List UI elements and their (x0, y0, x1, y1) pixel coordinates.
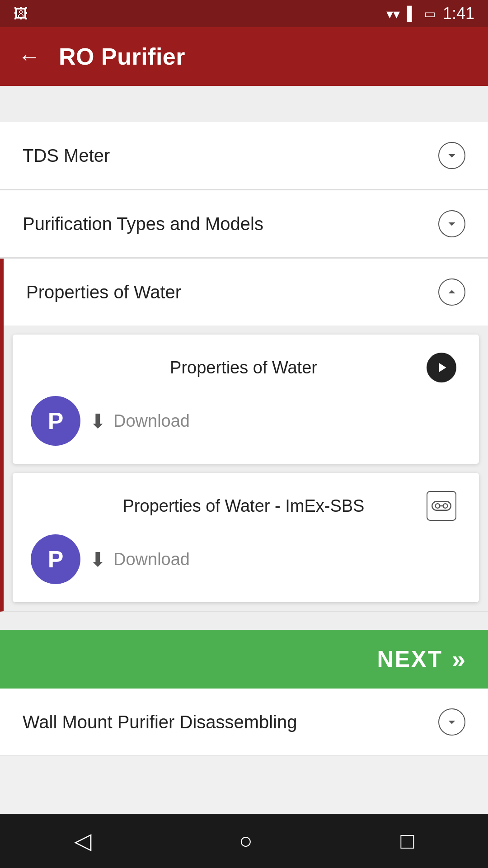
app-bar: ← RO Purifier (0, 27, 488, 86)
content-card-2: Properties of Water - ImEx-SBS P (13, 473, 479, 602)
download-button-1[interactable]: ⬇ Download (89, 410, 190, 433)
content-area: TDS Meter Purification Types and Models … (0, 86, 488, 756)
nav-recent-button[interactable]: □ (400, 828, 414, 854)
card-1-title-row: Properties of Water (31, 353, 456, 382)
download-icon-1: ⬇ (89, 410, 106, 433)
signal-icon: ▌ (407, 6, 417, 21)
accordion-label-tds-meter: TDS Meter (23, 146, 110, 166)
app-bar-title: RO Purifier (59, 43, 185, 70)
accordion-label-properties: Properties of Water (26, 282, 181, 302)
play-button-1[interactable] (427, 353, 456, 382)
content-card-1: Properties of Water P ⬇ Download (13, 335, 479, 464)
back-button[interactable]: ← (18, 45, 41, 68)
accordion-header-tds-meter[interactable]: TDS Meter (0, 122, 488, 189)
card-2-bottom-row: P ⬇ Download (31, 534, 456, 584)
download-icon-2: ⬇ (89, 548, 106, 571)
next-arrows-icon: » (452, 645, 465, 673)
accordion-item-properties: Properties of Water Properties of Water (0, 259, 488, 612)
nav-bar: ◁ ○ □ (0, 814, 488, 868)
next-content: NEXT » (377, 645, 465, 673)
nav-home-button[interactable]: ○ (239, 828, 253, 854)
status-icons: ▾▾ ▌ ▭ 1:41 (386, 4, 474, 23)
nav-back-button[interactable]: ◁ (74, 828, 91, 854)
status-bar: 🖼 ▾▾ ▌ ▭ 1:41 (0, 0, 488, 27)
status-bar-left: 🖼 (14, 5, 28, 22)
chevron-down-icon-tds (438, 142, 465, 169)
avatar-letter-2: P (48, 546, 64, 573)
accordion-item-purification: Purification Types and Models (0, 190, 488, 258)
peek-header[interactable]: Wall Mount Purifier Disassembling (0, 689, 488, 755)
svg-point-1 (436, 504, 440, 508)
spacer (0, 86, 488, 122)
battery-icon: ▭ (424, 6, 436, 21)
avatar-2: P (31, 534, 80, 584)
next-label: NEXT (377, 646, 443, 672)
peek-label: Wall Mount Purifier Disassembling (23, 712, 297, 732)
svg-point-2 (443, 504, 448, 508)
vr-button-2[interactable] (427, 491, 456, 521)
accordion-item-tds-meter: TDS Meter (0, 122, 488, 189)
accordion-header-properties[interactable]: Properties of Water (4, 259, 488, 326)
card-2-title: Properties of Water - ImEx-SBS (61, 496, 427, 516)
chevron-up-icon-properties (438, 278, 465, 306)
peek-accordion-item: Wall Mount Purifier Disassembling (0, 689, 488, 756)
chevron-down-icon-purification (438, 210, 465, 237)
card-1-title: Properties of Water (61, 358, 427, 377)
avatar-letter-1: P (48, 407, 64, 434)
card-2-title-row: Properties of Water - ImEx-SBS (31, 491, 456, 521)
avatar-1: P (31, 396, 80, 446)
card-1-bottom-row: P ⬇ Download (31, 396, 456, 446)
next-button[interactable]: NEXT » (0, 630, 488, 689)
accordion-body-properties: Properties of Water P ⬇ Download (4, 326, 488, 611)
accordion-header-purification[interactable]: Purification Types and Models (0, 190, 488, 257)
status-time: 1:41 (443, 4, 474, 23)
accordion-label-purification: Purification Types and Models (23, 214, 263, 234)
download-label-1: Download (113, 411, 190, 431)
spacer-2 (0, 612, 488, 630)
download-button-2[interactable]: ⬇ Download (89, 548, 190, 571)
chevron-down-icon-peek (438, 708, 465, 736)
wifi-icon: ▾▾ (386, 6, 400, 22)
photo-icon: 🖼 (14, 5, 28, 22)
download-label-2: Download (113, 550, 190, 569)
